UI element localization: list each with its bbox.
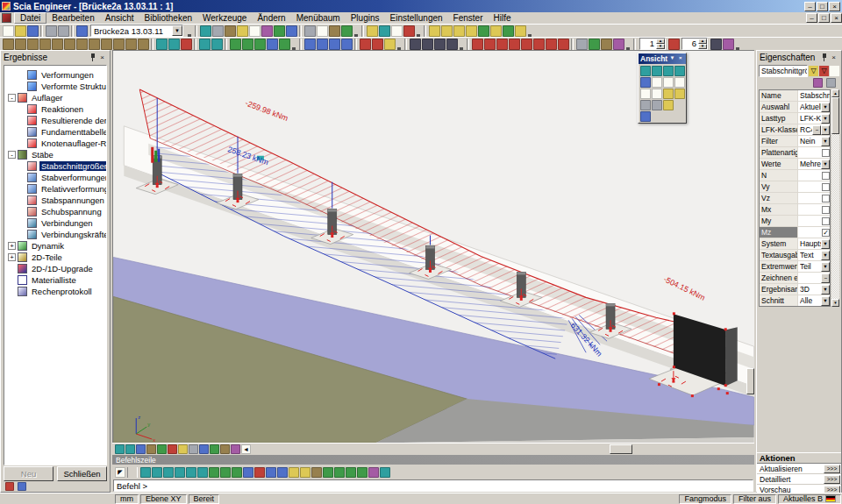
checkbox[interactable]: ✓ [822, 217, 830, 225]
maximize-button[interactable]: □ [817, 2, 828, 11]
property-row[interactable]: Vy ✓ ... ▼ [760, 181, 830, 193]
property-value[interactable]: Nein ✓ ... ▼ [798, 136, 830, 146]
tree-item[interactable]: Dynamik [4, 240, 106, 252]
separator[interactable] [127, 467, 138, 478]
circle-tool-icon[interactable] [434, 39, 446, 50]
temperature-load-icon[interactable] [267, 39, 278, 50]
document-view-icon[interactable] [601, 39, 612, 50]
print-view-icon[interactable] [640, 100, 651, 110]
surface-cmd-icon[interactable] [232, 467, 242, 478]
property-value[interactable]: Aktuell ✓ ... ▼ [798, 102, 830, 112]
property-value[interactable]: RC4 NLA ✓ ... ▼ [798, 124, 830, 135]
filter-add-icon[interactable]: ▽ [809, 66, 818, 76]
numbering-icon[interactable] [189, 444, 198, 454]
tree-item[interactable]: Auflager [4, 92, 106, 103]
dock-results-icon[interactable] [5, 482, 14, 491]
ellipsis-button[interactable]: ... [821, 273, 830, 283]
node-support-icon[interactable] [199, 39, 210, 50]
property-value[interactable]: Teil ✓ ... ▼ [798, 261, 830, 272]
polyline-cmd-icon[interactable] [163, 467, 174, 478]
activity-icon[interactable] [286, 25, 297, 37]
dock-layers-icon[interactable] [18, 482, 26, 491]
print-preview-icon[interactable] [317, 25, 328, 37]
layout-grid-icon[interactable] [478, 25, 489, 37]
rectangle-tool-icon[interactable] [422, 39, 433, 50]
expand-toggle[interactable] [8, 94, 16, 102]
menu-item[interactable]: Ändern [252, 12, 290, 24]
solver-icon[interactable] [341, 39, 353, 50]
checkbox[interactable]: ✓ [822, 149, 830, 157]
pencil-icon[interactable] [830, 66, 839, 76]
separator[interactable] [404, 39, 407, 50]
dropdown-arrow[interactable]: ▼ [821, 125, 830, 135]
spin-box-1[interactable]: 1 ▲▼ [639, 38, 666, 50]
new-button[interactable]: Neu [4, 466, 54, 481]
toolbar-overflow[interactable] [188, 25, 191, 37]
status-units[interactable]: mm [115, 494, 139, 504]
close-panel-button[interactable]: Schließen [57, 466, 107, 481]
toolbar-overflow[interactable] [417, 25, 420, 37]
property-value[interactable]: ✓ ... ▼ [798, 181, 830, 192]
separator[interactable] [71, 25, 74, 37]
dropdown-arrow[interactable]: ▼ [821, 251, 830, 260]
move-cmd-icon[interactable] [266, 467, 276, 478]
view-front-icon[interactable] [640, 66, 651, 76]
tree-item[interactable]: Materialliste [4, 274, 106, 286]
toolbar-overflow[interactable] [397, 39, 401, 50]
hinge-icon[interactable] [156, 39, 168, 50]
status-plane[interactable]: Ebene XY [140, 494, 187, 504]
line-load-icon[interactable] [242, 39, 253, 50]
storey-icon[interactable] [668, 39, 680, 50]
checkbox[interactable]: ✓ [822, 172, 830, 180]
gallery-icon[interactable] [225, 25, 236, 37]
spin-down-icon[interactable]: ▼ [656, 44, 665, 49]
rib-icon[interactable] [39, 39, 51, 50]
property-value[interactable]: Text ✓ ... ▼ [798, 250, 830, 260]
mesh-icon[interactable] [329, 39, 340, 50]
tree-item[interactable]: Relativverformung [4, 183, 106, 195]
pin-icon[interactable] [819, 53, 829, 62]
model-data-icon[interactable] [199, 444, 209, 454]
rotate-cmd-icon[interactable] [289, 467, 299, 478]
select-node-icon[interactable] [484, 39, 496, 50]
layout-single-icon[interactable] [429, 25, 440, 37]
separator[interactable] [194, 39, 196, 50]
picture-gallery-icon[interactable] [231, 444, 240, 454]
menu-item[interactable]: Ansicht [100, 12, 139, 24]
chevron-down-icon[interactable]: ▼ [172, 25, 182, 36]
tree-item[interactable]: Stabspannungen [4, 195, 106, 206]
menu-item[interactable]: Einstellungen [385, 12, 448, 24]
wall-icon[interactable] [89, 39, 100, 50]
line-cmd-icon[interactable] [152, 467, 162, 478]
close-icon[interactable]: × [677, 54, 684, 63]
arbitrary-member-icon[interactable] [64, 39, 75, 50]
saved-views-icon[interactable] [663, 89, 674, 99]
property-value[interactable]: Hauptsyste ✓ ... ▼ [798, 238, 830, 249]
load-case-icon[interactable] [279, 39, 290, 50]
ellipsis-button[interactable]: ... [812, 125, 821, 135]
text-cmd-icon[interactable] [254, 467, 265, 478]
line-tool-icon[interactable] [410, 39, 421, 50]
check-data-icon[interactable] [317, 39, 328, 50]
clipboard-icon[interactable] [367, 25, 378, 37]
close-icon[interactable]: × [829, 53, 838, 62]
copy-picture-icon[interactable] [652, 100, 662, 110]
view-settings-icon[interactable] [640, 111, 651, 122]
select-all-icon[interactable] [546, 39, 557, 50]
refresh-icon[interactable] [341, 25, 353, 37]
project-window-icon[interactable] [76, 25, 88, 37]
tree-item[interactable]: Verformte Struktur [4, 81, 106, 92]
separator[interactable] [424, 25, 426, 37]
snap-end-icon[interactable] [346, 467, 356, 478]
separator[interactable] [361, 25, 364, 37]
engineering-report-icon[interactable] [212, 25, 224, 37]
moment-load-icon[interactable] [254, 39, 266, 50]
property-value[interactable]: ✓ ... ▼ [798, 216, 830, 226]
layout-split-icon[interactable] [441, 25, 453, 37]
menu-item[interactable]: Plugins [346, 12, 385, 24]
tree-item[interactable]: Stabschnittgrößen [4, 160, 106, 172]
snap-grid-icon[interactable] [323, 467, 333, 478]
property-row[interactable]: Schnitt Alle ✓ ... ▼ [760, 295, 830, 307]
property-row[interactable]: Werte Mehrere Ko ✓ ... ▼ [760, 159, 830, 170]
expand-toggle[interactable] [8, 253, 16, 261]
